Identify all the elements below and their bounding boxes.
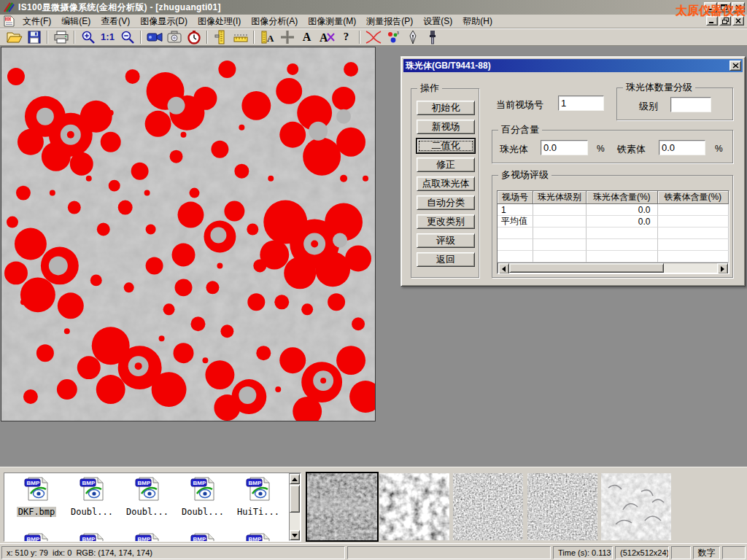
menu-view[interactable]: 查看(V)	[96, 14, 135, 29]
scroll-up-button[interactable]	[290, 474, 300, 484]
ruler-icon[interactable]	[231, 29, 250, 45]
file-item-clipped[interactable]	[10, 532, 63, 542]
new-field-button[interactable]: 新视场	[417, 120, 475, 134]
file-item-clipped[interactable]	[121, 532, 174, 542]
mdi-client-area: 珠光体(GB/T9441-88) 操作 初始化 新视场 二值化 修正 点取珠光体…	[0, 46, 747, 467]
zoom-out-icon[interactable]	[117, 29, 137, 45]
file-name[interactable]: DKF.bmp	[17, 507, 57, 517]
minimize-button[interactable]	[704, 2, 717, 12]
ferrite-percent-input[interactable]	[659, 140, 705, 155]
init-button[interactable]: 初始化	[417, 101, 475, 115]
close-button[interactable]	[732, 2, 745, 12]
mdi-minimize-button[interactable]	[706, 16, 718, 26]
bmp-file-icon	[135, 532, 160, 542]
micrograph-thumbnail[interactable]	[379, 473, 449, 540]
close-icon	[735, 4, 742, 10]
file-item[interactable]: Doubl...	[177, 476, 229, 518]
brush-tool-icon[interactable]	[422, 29, 442, 45]
micrograph-thumbnail[interactable]	[307, 473, 377, 540]
restore-icon	[722, 18, 729, 24]
menu-report[interactable]: 测量报告(P)	[361, 14, 418, 29]
file-item[interactable]: Doubl...	[121, 476, 174, 518]
file-item[interactable]: DKF.bmp	[10, 476, 63, 518]
pearlite-percent-input[interactable]	[541, 140, 588, 155]
scroll-right-button[interactable]	[717, 263, 728, 274]
particle-classify-icon[interactable]: 3	[383, 29, 403, 45]
text-icon[interactable]: A	[297, 29, 317, 45]
file-item-clipped[interactable]	[177, 532, 229, 542]
current-field-input[interactable]	[558, 96, 604, 111]
grade-label: 级别	[639, 100, 658, 113]
scroll-left-button[interactable]	[498, 263, 509, 274]
menu-settings[interactable]: 设置(S)	[418, 14, 457, 29]
file-name[interactable]: HuiTi...	[236, 507, 281, 517]
dialog-close-button[interactable]	[729, 61, 741, 71]
hscroll-thumb[interactable]	[509, 263, 664, 273]
zoom-in-icon[interactable]	[78, 29, 98, 45]
status-bar: x: 510 y: 79 idx: 0 RGB: (174, 174, 174)…	[0, 543, 747, 560]
document-icon[interactable]: DOC	[3, 15, 15, 27]
table-row-average[interactable]: 平均值 0.0	[498, 216, 729, 228]
file-name[interactable]: Doubl...	[69, 507, 115, 517]
caliper-icon[interactable]	[211, 29, 231, 45]
file-item-clipped[interactable]	[66, 532, 118, 542]
timer-icon[interactable]	[184, 29, 204, 45]
move-icon[interactable]	[277, 29, 297, 45]
auto-classify-button[interactable]: 自动分类	[417, 195, 475, 210]
help-icon[interactable]: ?	[336, 29, 356, 45]
toolbar-separator	[140, 31, 142, 44]
maximize-button[interactable]	[718, 2, 731, 12]
print-icon[interactable]	[51, 29, 71, 45]
grade-input[interactable]	[670, 97, 711, 112]
text-style-icon[interactable]: A	[317, 29, 336, 45]
menu-edit[interactable]: 编辑(E)	[56, 14, 96, 29]
close-icon	[735, 18, 741, 23]
file-item-clipped[interactable]	[232, 532, 285, 542]
return-button[interactable]: 返回	[417, 252, 475, 267]
table-hscrollbar[interactable]	[498, 262, 729, 273]
rate-button[interactable]: 评级	[417, 233, 475, 248]
file-list-vscrollbar[interactable]	[289, 473, 301, 541]
bmp-file-icon	[80, 476, 104, 502]
file-name[interactable]: Doubl...	[180, 507, 225, 517]
minimize-icon	[709, 18, 715, 23]
menu-image-measure[interactable]: 图像测量(M)	[303, 14, 361, 29]
file-item[interactable]: HuiTi...	[232, 476, 285, 518]
pick-pearlite-button[interactable]: 点取珠光体	[417, 176, 475, 191]
menu-file[interactable]: 文件(F)	[18, 14, 56, 29]
menu-help[interactable]: 帮助(H)	[457, 14, 498, 29]
dialog-title-bar[interactable]: 珠光体(GB/T9441-88)	[403, 59, 743, 72]
bmp-file-icon	[190, 532, 215, 542]
micrograph-thumbnail[interactable]	[601, 473, 671, 540]
down-arrow-icon	[292, 534, 298, 540]
mdi-close-button[interactable]	[732, 16, 744, 26]
menu-image-analyze[interactable]: 图像分析(A)	[246, 14, 303, 29]
col-ferrite-content: 铁素体含量(%)	[658, 191, 729, 204]
pen-tool-icon[interactable]	[403, 29, 422, 45]
capture-camera-icon[interactable]	[164, 29, 184, 45]
change-class-button[interactable]: 更改类别	[417, 214, 475, 229]
binarize-button[interactable]: 二值化	[417, 139, 475, 153]
mdi-restore-button[interactable]	[719, 16, 731, 26]
menu-image-display[interactable]: 图像显示(D)	[135, 14, 193, 29]
micrograph-thumbnail[interactable]	[527, 473, 597, 540]
table-row-empty	[498, 239, 729, 251]
actual-size-icon[interactable]: 1:1	[98, 29, 117, 45]
vscroll-thumb[interactable]	[290, 485, 300, 513]
micrograph-image[interactable]	[1, 47, 376, 421]
menu-image-process[interactable]: 图像处理(I)	[193, 14, 246, 29]
micrograph-thumbnail[interactable]	[453, 473, 523, 540]
scroll-down-button[interactable]	[290, 530, 300, 540]
file-item[interactable]: Doubl...	[66, 476, 118, 518]
open-file-icon[interactable]	[4, 29, 24, 45]
table-row[interactable]: 1 0.0	[498, 204, 729, 216]
curve-tool-icon[interactable]	[363, 29, 383, 45]
table-row-empty	[498, 251, 729, 262]
multi-field-group: 多视场评级 视场号 珠光体级别 珠光体含量(%) 铁素体含量(%) 1 0.0 …	[492, 175, 733, 278]
correct-button[interactable]: 修正	[417, 158, 475, 172]
measure-label-icon[interactable]: A	[258, 29, 277, 45]
video-camera-icon[interactable]	[144, 29, 164, 45]
bottom-panel: BMP DKF.bmp Doubl... Doubl... Doubl... H…	[0, 467, 747, 543]
file-name[interactable]: Doubl...	[125, 507, 170, 517]
save-icon[interactable]	[24, 29, 44, 45]
